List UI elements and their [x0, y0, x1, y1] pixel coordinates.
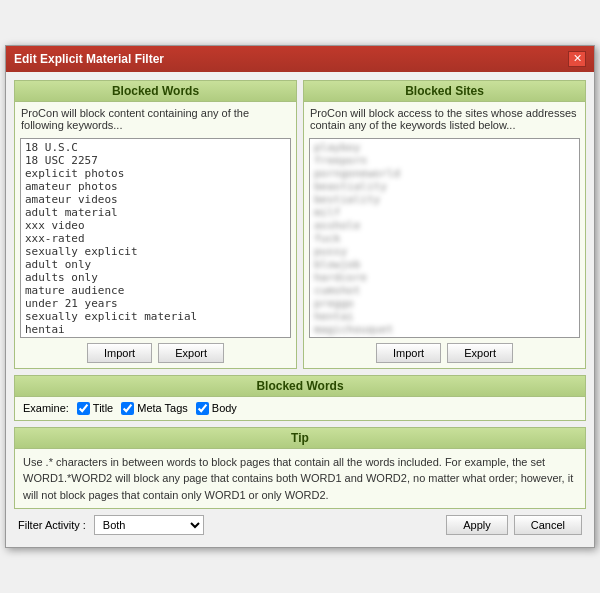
blocked-sites-buttons: Import Export	[304, 338, 585, 368]
blocked-words-listbox[interactable]	[21, 139, 290, 337]
blocked-words-section: Blocked Words Examine: Title Meta Tags B…	[14, 375, 586, 421]
blocked-words-listbox-container	[20, 138, 291, 338]
apply-button[interactable]: Apply	[446, 515, 508, 535]
close-button[interactable]: ✕	[568, 51, 586, 67]
cancel-button[interactable]: Cancel	[514, 515, 582, 535]
top-panels: Blocked Words ProCon will block content …	[14, 80, 586, 369]
meta-tags-label: Meta Tags	[137, 402, 188, 414]
filter-activity-select[interactable]: Both Pages Only Content Only	[94, 515, 204, 535]
meta-tags-checkbox-label[interactable]: Meta Tags	[121, 402, 188, 415]
blocked-words-section-header: Blocked Words	[15, 376, 585, 397]
title-label: Title	[93, 402, 113, 414]
title-checkbox[interactable]	[77, 402, 90, 415]
blocked-sites-header: Blocked Sites	[304, 81, 585, 102]
filter-activity-row: Filter Activity : Both Pages Only Conten…	[18, 515, 204, 535]
blocked-sites-description: ProCon will block access to the sites wh…	[304, 102, 585, 138]
blocked-words-buttons: Import Export	[15, 338, 296, 368]
dialog-title: Edit Explicit Material Filter	[14, 52, 164, 66]
tip-body: Use .* characters in between words to bl…	[15, 449, 585, 509]
blocked-sites-export-button[interactable]: Export	[447, 343, 513, 363]
bottom-row: Filter Activity : Both Pages Only Conten…	[14, 515, 586, 539]
title-checkbox-label[interactable]: Title	[77, 402, 113, 415]
blocked-sites-import-button[interactable]: Import	[376, 343, 441, 363]
blocked-words-header: Blocked Words	[15, 81, 296, 102]
tip-header: Tip	[15, 428, 585, 449]
title-bar: Edit Explicit Material Filter ✕	[6, 46, 594, 72]
filter-activity-label: Filter Activity :	[18, 519, 86, 531]
blocked-sites-listbox[interactable]	[310, 139, 579, 337]
blocked-words-import-button[interactable]: Import	[87, 343, 152, 363]
examine-row: Examine: Title Meta Tags Body	[23, 402, 577, 415]
blocked-words-description: ProCon will block content containing any…	[15, 102, 296, 138]
blocked-words-section-body: Examine: Title Meta Tags Body	[15, 397, 585, 420]
dialog-content: Blocked Words ProCon will block content …	[6, 72, 594, 548]
body-checkbox[interactable]	[196, 402, 209, 415]
examine-label: Examine:	[23, 402, 69, 414]
meta-tags-checkbox[interactable]	[121, 402, 134, 415]
blocked-sites-panel: Blocked Sites ProCon will block access t…	[303, 80, 586, 369]
action-buttons: Apply Cancel	[446, 515, 582, 535]
blocked-words-export-button[interactable]: Export	[158, 343, 224, 363]
main-dialog: Edit Explicit Material Filter ✕ Blocked …	[5, 45, 595, 549]
blocked-sites-listbox-container	[309, 138, 580, 338]
blocked-words-panel: Blocked Words ProCon will block content …	[14, 80, 297, 369]
body-label: Body	[212, 402, 237, 414]
body-checkbox-label[interactable]: Body	[196, 402, 237, 415]
tip-section: Tip Use .* characters in between words t…	[14, 427, 586, 510]
